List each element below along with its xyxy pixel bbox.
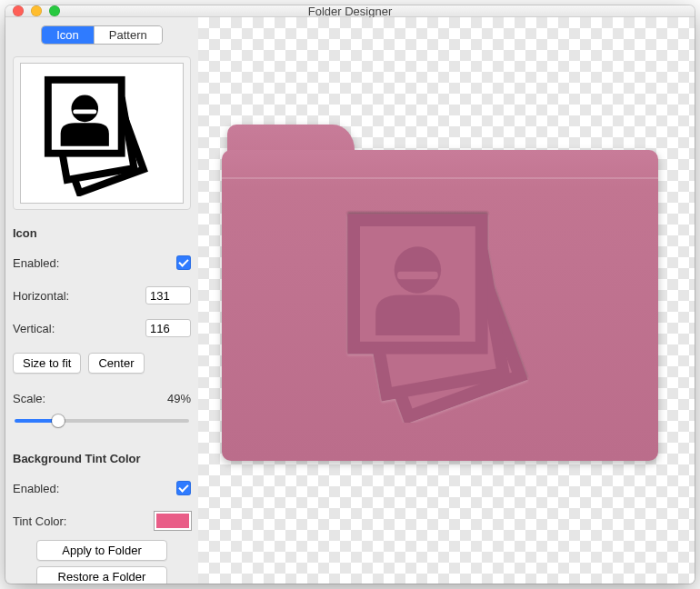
titlebar: Folder Designer	[5, 5, 695, 17]
folder-overlay-icon	[329, 205, 565, 425]
apply-to-folder-button[interactable]: Apply to Folder	[36, 540, 167, 561]
svg-rect-15	[397, 272, 438, 280]
scale-slider-thumb[interactable]	[52, 414, 65, 427]
bg-enabled-label: Enabled:	[13, 482, 59, 495]
segmented-control: Icon Pattern	[13, 26, 191, 44]
folder-preview	[222, 125, 658, 461]
vertical-label: Vertical:	[13, 322, 55, 335]
icon-thumbnail-panel	[13, 56, 191, 210]
center-button[interactable]: Center	[88, 353, 144, 374]
scale-slider[interactable]	[15, 419, 189, 423]
tab-pattern[interactable]: Pattern	[94, 26, 162, 44]
svg-point-14	[395, 246, 441, 293]
scale-value: 49%	[167, 392, 191, 405]
tint-color-well[interactable]	[155, 512, 191, 530]
tab-icon[interactable]: Icon	[42, 26, 94, 44]
photo-stack-icon	[329, 205, 565, 423]
vertical-input[interactable]	[145, 319, 191, 337]
icon-thumbnail[interactable]	[20, 63, 184, 204]
size-to-fit-button[interactable]: Size to fit	[13, 353, 81, 374]
svg-rect-7	[73, 109, 96, 114]
background-section-title: Background Tint Color	[13, 452, 191, 465]
preview-area	[198, 17, 695, 584]
window-body: Icon Pattern	[5, 17, 695, 584]
sidebar: Icon Pattern	[5, 17, 198, 584]
scale-label: Scale:	[13, 392, 45, 405]
horizontal-label: Horizontal:	[13, 289, 69, 303]
horizontal-input[interactable]	[145, 286, 191, 304]
svg-point-6	[71, 95, 98, 122]
photo-stack-icon	[39, 71, 165, 196]
icon-enabled-label: Enabled:	[13, 256, 59, 270]
icon-enabled-checkbox[interactable]	[176, 255, 191, 270]
tint-color-label: Tint Color:	[13, 514, 66, 528]
bg-enabled-checkbox[interactable]	[176, 481, 191, 495]
app-window: Folder Designer Icon Pattern	[5, 5, 695, 584]
icon-section-title: Icon	[13, 226, 191, 240]
restore-a-folder-button[interactable]: Restore a Folder	[36, 566, 167, 584]
window-title: Folder Designer	[5, 5, 695, 18]
